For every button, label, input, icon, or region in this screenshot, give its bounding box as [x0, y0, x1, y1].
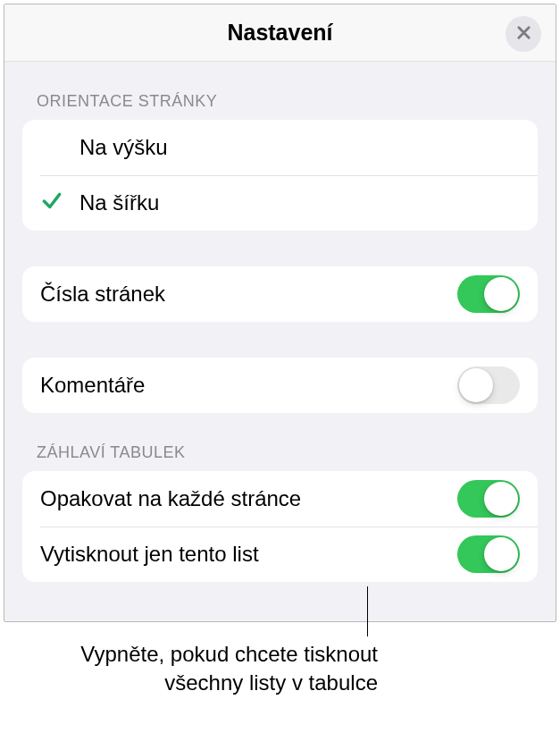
toggle-knob [459, 368, 493, 402]
orientation-landscape-row[interactable]: Na šířku [22, 175, 538, 231]
settings-panel: Nastavení Orientace stránky Na výšku Na … [4, 4, 556, 622]
comments-row: Komentáře [22, 358, 538, 413]
repeat-headers-label: Opakovat na každé stránce [40, 486, 457, 511]
repeat-headers-toggle[interactable] [457, 480, 520, 518]
table-headers-section-header: Záhlaví tabulek [22, 413, 538, 471]
page-numbers-row: Čísla stránek [22, 266, 538, 322]
panel-header: Nastavení [4, 4, 556, 62]
toggle-knob [484, 277, 518, 311]
print-only-this-row: Vytisknout jen tento list [22, 527, 538, 582]
panel-title: Nastavení [227, 20, 332, 46]
orientation-group: Na výšku Na šířku [22, 120, 538, 231]
orientation-landscape-label: Na šířku [79, 190, 520, 215]
toggle-knob [484, 482, 518, 516]
comments-label: Komentáře [40, 373, 457, 398]
comments-toggle[interactable] [457, 366, 520, 404]
page-numbers-label: Čísla stránek [40, 282, 457, 307]
print-only-this-label: Vytisknout jen tento list [40, 542, 457, 567]
checkmark-icon [40, 190, 63, 216]
table-headers-group: Opakovat na každé stránce Vytisknout jen… [22, 471, 538, 582]
callout-leader-line [367, 586, 368, 636]
close-button[interactable] [506, 16, 541, 52]
orientation-section-header: Orientace stránky [22, 62, 538, 120]
callout-text: Vypněte, pokud chcete tisknout všechny l… [3, 640, 378, 698]
orientation-portrait-label: Na výšku [79, 135, 520, 160]
print-only-this-toggle[interactable] [457, 535, 520, 573]
orientation-portrait-row[interactable]: Na výšku [22, 120, 538, 175]
repeat-headers-row: Opakovat na každé stránce [22, 471, 538, 527]
toggle-knob [484, 537, 518, 571]
close-icon [516, 25, 531, 44]
panel-content: Orientace stránky Na výšku Na šířku Čísl… [4, 62, 556, 582]
checkmark-slot [40, 190, 79, 216]
page-numbers-toggle[interactable] [457, 275, 520, 313]
page-numbers-group: Čísla stránek [22, 266, 538, 322]
comments-group: Komentáře [22, 358, 538, 413]
